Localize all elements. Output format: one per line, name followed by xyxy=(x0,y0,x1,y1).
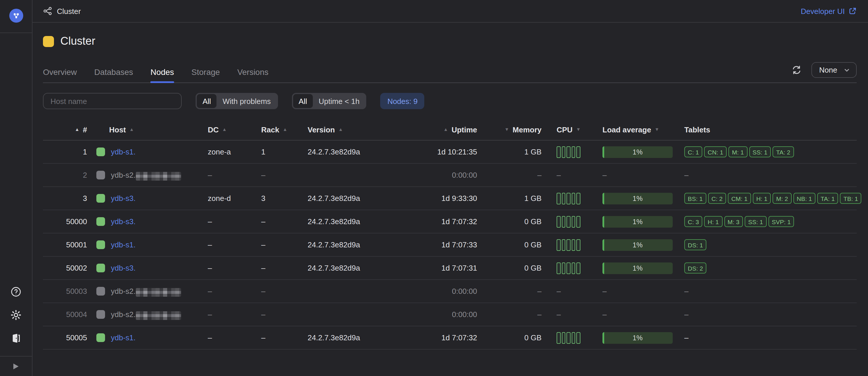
sidebar-divider xyxy=(0,32,32,33)
cpu-cell xyxy=(541,262,586,274)
column-header-number[interactable]: ▲ # xyxy=(43,125,87,134)
sidebar-expand-button[interactable] xyxy=(0,356,32,376)
tablet-badge[interactable]: C: 3 xyxy=(684,216,703,227)
cpu-core-bar xyxy=(576,332,580,344)
uptime-filter-lt-1h[interactable]: Uptime < 1h xyxy=(313,94,365,108)
tabs-right-controls: None xyxy=(789,62,857,83)
developer-ui-link[interactable]: Developer UI xyxy=(801,7,857,16)
memory-cell: – xyxy=(480,310,541,319)
tab-nodes[interactable]: Nodes xyxy=(151,62,174,83)
tablet-badge[interactable]: TA: 2 xyxy=(773,146,794,157)
host-name: ydb-s1. xyxy=(111,147,135,156)
column-header-memory[interactable]: ▼ Memory xyxy=(480,125,541,134)
problem-filter-all[interactable]: All xyxy=(197,94,217,108)
load-average-cell: 1% xyxy=(586,193,679,204)
tabs: Overview Databases Nodes Storage Version… xyxy=(43,62,269,83)
door-exit-icon xyxy=(10,333,22,344)
column-header-uptime[interactable]: ▲ Uptime xyxy=(406,125,480,134)
tablet-badge[interactable]: BS: 1 xyxy=(684,193,706,204)
column-header-version[interactable]: Version ▲ xyxy=(290,125,406,134)
tablet-badge[interactable]: C: 2 xyxy=(708,193,726,204)
host-name: ydb-s1. xyxy=(111,333,135,342)
cpu-core-bar xyxy=(566,239,570,251)
host-link[interactable]: ydb-s1. xyxy=(111,240,184,249)
rack-cell: – xyxy=(254,264,290,272)
table-row: 50001 ydb-s1. – – 24.2.7.3e82d9a 1d 7:07… xyxy=(43,233,857,257)
nodes-count-chip[interactable]: Nodes: 9 xyxy=(380,93,425,109)
app-root: Cluster Developer UI Cluster Overvi xyxy=(0,0,868,376)
external-link-icon xyxy=(848,7,857,15)
tablet-badge[interactable]: M: 3 xyxy=(724,216,743,227)
host-link[interactable]: ydb-s3. xyxy=(111,217,184,226)
memory-cell: – xyxy=(480,287,541,296)
tab-overview[interactable]: Overview xyxy=(43,62,77,83)
help-button[interactable] xyxy=(10,286,22,298)
load-average-bar: 1% xyxy=(602,216,673,227)
cpu-cell xyxy=(541,193,586,204)
cpu-core-bar xyxy=(576,146,580,158)
host-link[interactable]: ydb-s3. xyxy=(111,194,184,203)
ydb-logo-button[interactable] xyxy=(9,9,23,23)
host-link[interactable]: ydb-s1. xyxy=(111,333,184,342)
tab-versions[interactable]: Versions xyxy=(238,62,269,83)
tablet-badge[interactable]: DS: 1 xyxy=(684,239,707,250)
column-header-cpu[interactable]: CPU ▼ xyxy=(541,125,586,134)
cpu-core-bar xyxy=(566,262,570,274)
column-header-dc[interactable]: DC ▲ xyxy=(201,125,254,134)
column-header-rack[interactable]: Rack ▲ xyxy=(254,125,290,134)
node-id: 50005 xyxy=(43,333,87,342)
refresh-button[interactable] xyxy=(789,63,804,77)
breadcrumb-label: Cluster xyxy=(57,7,81,16)
load-average-fill xyxy=(602,262,604,274)
host-name: ydb-s2. xyxy=(111,310,135,319)
tablets-cell: – xyxy=(679,171,857,179)
column-header-host[interactable]: Host ▲ xyxy=(87,125,201,134)
tablet-badge[interactable]: TA: 1 xyxy=(817,193,838,204)
breadcrumb[interactable]: Cluster xyxy=(43,6,81,16)
node-status-indicator xyxy=(96,333,105,342)
host-censored-blur xyxy=(135,195,184,204)
uptime-filter-all[interactable]: All xyxy=(293,94,313,108)
cpu-core-bar xyxy=(576,216,580,227)
tablet-badge[interactable]: SS: 1 xyxy=(745,216,767,227)
tablet-badge[interactable]: NB: 1 xyxy=(793,193,815,204)
table-row: 50005 ydb-s1. – – 24.2.7.3e82d9a 1d 7:07… xyxy=(43,326,857,350)
tablet-badge[interactable]: H: 1 xyxy=(704,216,723,227)
tab-databases[interactable]: Databases xyxy=(94,62,133,83)
uptime-cell: 1d 9:33:30 xyxy=(406,194,480,203)
table-row: 50002 ydb-s3. – – 24.2.7.3e82d9a 1d 7:07… xyxy=(43,257,857,280)
tablet-badge[interactable]: CN: 1 xyxy=(704,146,727,157)
tablet-badge[interactable]: SS: 1 xyxy=(749,146,771,157)
column-header-load-average[interactable]: Load average ▼ xyxy=(586,125,679,134)
autorefresh-select[interactable]: None xyxy=(812,62,857,78)
problem-filter-with-problems[interactable]: With problems xyxy=(217,94,277,108)
sort-desc-icon: ▼ xyxy=(504,127,509,132)
host-link[interactable]: ydb-s3. xyxy=(111,264,184,272)
tablet-badge[interactable]: CM: 1 xyxy=(728,193,751,204)
host-name-filter-input[interactable] xyxy=(43,93,182,109)
tablets-cell: C: 3H: 1M: 3SS: 1SVP: 1 xyxy=(679,216,857,227)
memory-cell: 0 GB xyxy=(480,333,541,342)
host-name: ydb-s3. xyxy=(111,217,135,226)
host-link[interactable]: ydb-s1. xyxy=(111,147,184,156)
cpu-cell xyxy=(541,332,586,344)
tablet-badge[interactable]: TB: 1 xyxy=(840,193,861,204)
cpu-usage-bars xyxy=(557,193,580,204)
tablet-badge[interactable]: C: 1 xyxy=(684,146,703,157)
load-average-bar: 1% xyxy=(602,332,673,344)
tablet-badge[interactable]: H: 1 xyxy=(753,193,771,204)
node-id: 3 xyxy=(43,194,87,203)
tab-storage[interactable]: Storage xyxy=(191,62,220,83)
cluster-status-icon xyxy=(43,36,54,47)
table-row: 1 ydb-s1. zone-a 1 24.2.7.3e82d9a 1d 10:… xyxy=(43,141,857,164)
logout-button[interactable] xyxy=(10,332,22,344)
tablet-badge[interactable]: M: 1 xyxy=(728,146,747,157)
settings-button[interactable] xyxy=(10,309,22,321)
tablet-badge[interactable]: SVP: 1 xyxy=(768,216,794,227)
sidebar xyxy=(0,0,32,376)
tablet-badge[interactable]: DS: 2 xyxy=(684,262,707,273)
node-status-indicator xyxy=(96,240,105,249)
tablets-cell: C: 1CN: 1M: 1SS: 1TA: 2 xyxy=(679,146,857,157)
tablet-badge[interactable]: M: 2 xyxy=(773,193,792,204)
node-status-indicator xyxy=(96,310,105,319)
